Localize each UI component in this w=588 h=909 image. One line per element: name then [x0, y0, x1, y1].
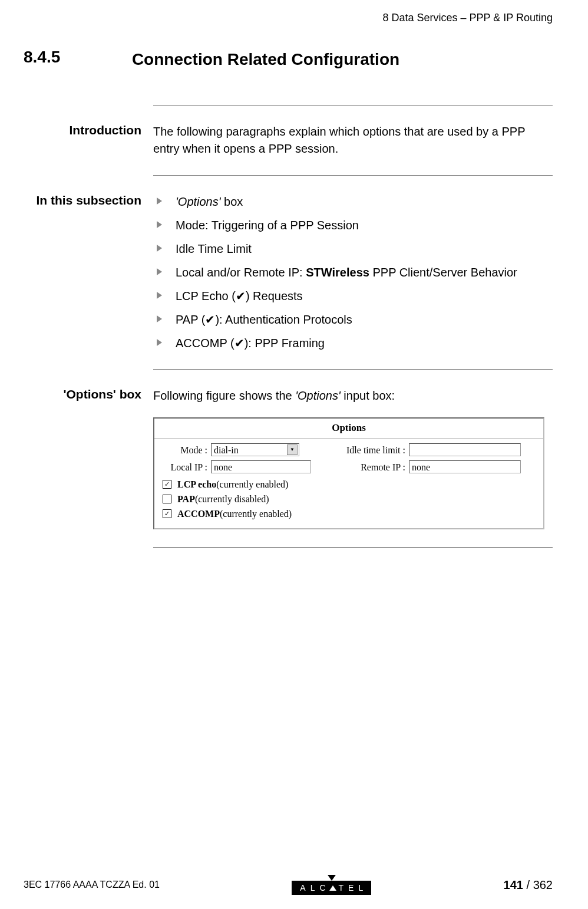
- idle-time-label: Idle time limit :: [317, 443, 409, 457]
- list-item-text: box: [221, 195, 243, 208]
- list-item: PAP (✔): Authentication Protocols: [153, 311, 553, 328]
- list-item: LCP Echo (✔) Requests: [153, 288, 553, 304]
- introduction-text: The following paragraphs explain which o…: [153, 123, 553, 157]
- remote-ip-label: Remote IP :: [317, 460, 409, 474]
- options-figure: Options Mode : dial-in ▼ Idle time limit…: [153, 417, 544, 529]
- list-item-bold: STWireless: [306, 266, 369, 279]
- section-title: Connection Related Configuration: [132, 50, 399, 69]
- triangle-down-icon: [328, 875, 336, 881]
- divider: [153, 175, 553, 176]
- mode-label: Mode :: [160, 443, 211, 457]
- page-number: 141 / 362: [504, 878, 553, 892]
- list-item: ACCOMP (✔): PPP Framing: [153, 335, 553, 351]
- list-item: Idle Time Limit: [153, 241, 553, 257]
- mode-value: dial-in: [214, 443, 239, 457]
- list-item-emph: 'Options': [176, 195, 221, 208]
- options-intro-emph: 'Options': [295, 389, 341, 402]
- list-item-text: Local and/or Remote IP:: [176, 266, 306, 279]
- divider: [153, 547, 553, 548]
- lcp-echo-label: LCP echo: [177, 479, 216, 489]
- pap-status: (currently disabled): [195, 494, 269, 504]
- list-item: 'Options' box: [153, 193, 553, 210]
- options-intro-pre: Following figure shows the: [153, 389, 295, 402]
- running-header: 8 Data Services – PPP & IP Routing: [24, 12, 553, 24]
- logo-text-pre: ALC: [300, 883, 330, 892]
- remote-ip-input[interactable]: none: [409, 460, 521, 473]
- options-intro-post: input box:: [341, 389, 395, 402]
- pap-checkbox[interactable]: [163, 495, 171, 503]
- triangle-up-icon: [329, 885, 336, 891]
- list-item-text: PPP Client/Server Behavior: [369, 266, 517, 279]
- options-figure-title: Options: [154, 419, 543, 439]
- accomp-status: (currently enabled): [220, 509, 292, 519]
- label-options-box: 'Options' box: [24, 387, 141, 401]
- lcp-echo-status: (currently enabled): [216, 479, 288, 489]
- subsection-list: 'Options' box Mode: Triggering of a PPP …: [153, 193, 553, 351]
- mode-select[interactable]: dial-in ▼: [211, 443, 299, 456]
- section-heading: 8.4.5 Connection Related Configuration: [24, 48, 553, 70]
- logo-text-post: TEL: [339, 883, 368, 892]
- idle-time-input[interactable]: [409, 443, 521, 456]
- page-current: 141: [504, 878, 523, 891]
- accomp-checkbox[interactable]: [163, 509, 171, 518]
- list-item: Local and/or Remote IP: STWireless PPP C…: [153, 264, 553, 281]
- divider: [153, 369, 553, 370]
- label-in-this-subsection: In this subsection: [24, 193, 141, 208]
- dropdown-arrow-icon[interactable]: ▼: [287, 444, 298, 455]
- pap-label: PAP: [177, 494, 195, 504]
- page-total: 362: [533, 878, 553, 891]
- local-ip-label: Local IP :: [160, 460, 211, 474]
- accomp-label: ACCOMP: [177, 509, 220, 519]
- alcatel-logo: ALCTEL: [282, 875, 382, 895]
- local-ip-input[interactable]: none: [211, 460, 311, 473]
- doc-id: 3EC 17766 AAAA TCZZA Ed. 01: [24, 880, 160, 890]
- section-number: 8.4.5: [24, 48, 127, 67]
- lcp-echo-checkbox[interactable]: [163, 480, 171, 489]
- list-item: Mode: Triggering of a PPP Session: [153, 217, 553, 233]
- divider: [153, 105, 553, 106]
- page-footer: 3EC 17766 AAAA TCZZA Ed. 01 ALCTEL 141 /…: [24, 875, 553, 895]
- label-introduction: Introduction: [24, 123, 141, 137]
